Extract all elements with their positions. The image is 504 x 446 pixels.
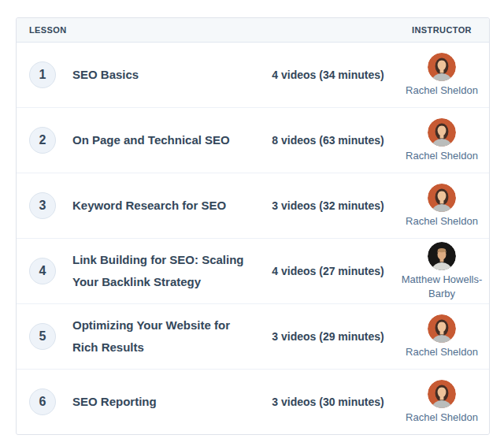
lesson-number-cell: 3 — [29, 192, 72, 219]
instructor-cell: Matthew Howells-Barby — [395, 242, 488, 300]
lesson-title: On Page and Technical SEO — [72, 129, 265, 151]
lesson-title: Link Building for SEO: Scaling Your Back… — [72, 249, 265, 293]
lesson-number-cell: 6 — [29, 388, 72, 415]
lesson-number-cell: 5 — [29, 323, 72, 350]
instructor-cell: Rachel Sheldon — [395, 118, 488, 163]
instructor-cell: Rachel Sheldon — [395, 380, 488, 425]
instructor-name: Rachel Sheldon — [406, 149, 478, 163]
lesson-row-1[interactable]: 1 SEO Basics 4 videos (34 minutes) Rache… — [17, 43, 489, 108]
lesson-row-2[interactable]: 2 On Page and Technical SEO 8 videos (63… — [17, 108, 489, 173]
lesson-video-count: 3 videos (30 minutes) — [265, 396, 395, 408]
lesson-title: SEO Reporting — [72, 391, 265, 413]
lesson-number-badge: 3 — [29, 192, 56, 219]
instructor-avatar — [428, 118, 456, 147]
lesson-row-5[interactable]: 5 Optimizing Your Website for Rich Resul… — [17, 304, 489, 370]
instructor-avatar — [428, 380, 456, 408]
instructor-avatar — [428, 314, 456, 343]
instructor-avatar — [428, 53, 456, 81]
lesson-number-badge: 2 — [29, 127, 56, 154]
table-header: LESSON INSTRUCTOR — [17, 18, 489, 43]
lesson-table: LESSON INSTRUCTOR 1 SEO Basics 4 videos … — [16, 17, 490, 435]
page: LESSON INSTRUCTOR 1 SEO Basics 4 videos … — [0, 0, 504, 446]
lesson-number-badge: 1 — [29, 61, 56, 88]
lesson-number-badge: 4 — [29, 258, 56, 284]
lesson-number-cell: 1 — [29, 61, 72, 88]
lesson-row-6[interactable]: 6 SEO Reporting 3 videos (30 minutes) Ra… — [17, 370, 489, 434]
lesson-video-count: 4 videos (34 minutes) — [265, 69, 395, 81]
instructor-name: Rachel Sheldon — [406, 345, 478, 359]
instructor-name: Matthew Howells-Barby — [396, 273, 487, 300]
lesson-title: SEO Basics — [72, 64, 265, 86]
instructor-cell: Rachel Sheldon — [395, 184, 488, 229]
lesson-number-cell: 4 — [29, 258, 72, 284]
column-header-instructor: INSTRUCTOR — [395, 25, 488, 35]
instructor-cell: Rachel Sheldon — [395, 53, 488, 98]
lesson-video-count: 3 videos (29 minutes) — [265, 330, 395, 343]
lesson-row-4[interactable]: 4 Link Building for SEO: Scaling Your Ba… — [17, 239, 489, 304]
instructor-name: Rachel Sheldon — [406, 214, 478, 229]
lesson-number-cell: 2 — [29, 127, 72, 154]
lesson-video-count: 4 videos (27 minutes) — [265, 265, 395, 277]
lesson-title: Optimizing Your Website for Rich Results — [72, 314, 265, 359]
lesson-video-count: 3 videos (32 minutes) — [265, 199, 395, 212]
instructor-name: Rachel Sheldon — [406, 84, 478, 98]
table-body: 1 SEO Basics 4 videos (34 minutes) Rache… — [17, 43, 489, 434]
lesson-number-badge: 5 — [29, 323, 56, 350]
lesson-number-badge: 6 — [29, 388, 56, 415]
lesson-video-count: 8 videos (63 minutes) — [265, 134, 395, 147]
instructor-avatar — [428, 242, 456, 270]
lesson-title: Keyword Research for SEO — [72, 195, 265, 217]
column-header-lesson: LESSON — [29, 25, 265, 35]
instructor-name: Rachel Sheldon — [406, 411, 478, 425]
instructor-cell: Rachel Sheldon — [395, 314, 488, 359]
instructor-avatar — [428, 184, 456, 212]
lesson-row-3[interactable]: 3 Keyword Research for SEO 3 videos (32 … — [17, 173, 489, 239]
